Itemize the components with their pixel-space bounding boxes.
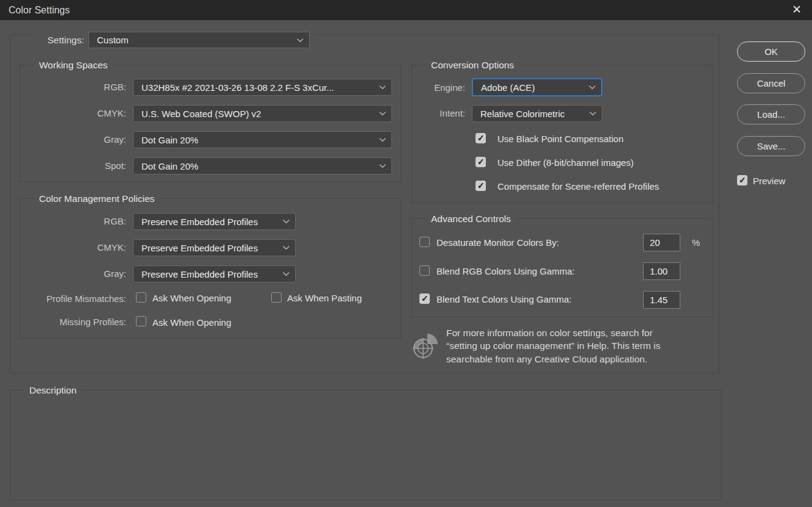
intent-select[interactable]: Relative Colorimetric <box>472 105 602 122</box>
missing-profiles-label: Missing Profiles: <box>24 317 126 328</box>
ws-spot-select[interactable]: Dot Gain 20% <box>133 157 392 174</box>
description-groupbox: Description <box>10 390 721 500</box>
ws-rgb-label: RGB: <box>37 82 126 93</box>
black-point-compensation-label: Use Black Point Compensation <box>497 134 624 145</box>
desaturate-percent-suffix: % <box>692 237 700 248</box>
advanced-title: Advanced Controls <box>426 213 516 225</box>
settings-label: Settings: <box>34 35 84 46</box>
ws-rgb-select[interactable]: U32H85x #2 2021-03-26 13-08 2.2 F-S 3xCu… <box>133 79 392 96</box>
conversion-title: Conversion Options <box>426 59 519 71</box>
policy-cmyk-label: CMYK: <box>37 242 126 253</box>
blend-text-gamma-input[interactable] <box>643 291 680 309</box>
preview-label: Preview <box>753 176 785 187</box>
mismatch-ask-pasting-checkbox[interactable] <box>271 292 282 303</box>
blend-text-gamma-label: Blend Text Colors Using Gamma: <box>436 294 571 305</box>
ws-cmyk-value: U.S. Web Coated (SWOP) v2 <box>141 106 376 121</box>
ok-button[interactable]: OK <box>737 41 805 62</box>
policy-rgb-value: Preserve Embedded Profiles <box>141 214 279 229</box>
load-button[interactable]: Load... <box>737 104 805 124</box>
engine-select[interactable]: Adobe (ACE) <box>472 78 602 96</box>
missing-ask-opening-label: Ask When Opening <box>152 317 231 328</box>
ws-gray-label: Gray: <box>37 134 126 145</box>
mismatch-ask-opening-checkbox[interactable] <box>136 292 146 303</box>
chevron-down-icon <box>283 246 290 250</box>
preview-checkbox[interactable] <box>737 175 747 185</box>
policy-gray-value: Preserve Embedded Profiles <box>141 266 279 282</box>
description-content <box>19 399 712 495</box>
policy-gray-label: Gray: <box>37 268 126 279</box>
titlebar: Color Settings ✕ <box>0 0 812 20</box>
mismatch-ask-opening-label: Ask When Opening <box>152 293 231 304</box>
policy-gray-select[interactable]: Preserve Embedded Profiles <box>133 265 296 282</box>
chevron-down-icon <box>379 85 386 90</box>
desaturate-monitor-checkbox[interactable] <box>419 237 430 247</box>
dialog-title: Color Settings <box>9 0 70 20</box>
save-button[interactable]: Save... <box>737 136 805 156</box>
desaturate-percent-input[interactable] <box>643 234 680 251</box>
use-dither-checkbox[interactable] <box>475 157 486 167</box>
chevron-down-icon <box>379 164 386 168</box>
settings-row: Settings: Custom <box>34 27 316 51</box>
policies-title: Color Management Policies <box>34 193 160 205</box>
help-note-line-3: searchable from any Creative Cloud appli… <box>446 354 647 365</box>
settings-value: Custom <box>97 32 293 48</box>
chevron-down-icon <box>283 272 290 276</box>
close-icon[interactable]: ✕ <box>785 0 808 20</box>
use-dither-label: Use Dither (8-bit/channel images) <box>497 157 633 168</box>
policy-cmyk-select[interactable]: Preserve Embedded Profiles <box>133 239 296 256</box>
chevron-down-icon <box>589 85 596 90</box>
ws-gray-value: Dot Gain 20% <box>141 132 376 148</box>
policy-rgb-select[interactable]: Preserve Embedded Profiles <box>133 213 296 230</box>
chevron-down-icon <box>379 138 386 142</box>
blend-text-gamma-checkbox[interactable] <box>419 293 430 304</box>
help-note-line-2: “setting up color management” in Help. T… <box>446 340 660 351</box>
blend-rgb-gamma-checkbox[interactable] <box>419 265 430 276</box>
intent-value: Relative Colorimetric <box>480 106 586 121</box>
ws-cmyk-select[interactable]: U.S. Web Coated (SWOP) v2 <box>133 105 392 122</box>
profile-mismatches-label: Profile Mismatches: <box>24 293 126 304</box>
description-title: Description <box>24 384 82 397</box>
help-note-line-1: For more information on color settings, … <box>446 328 653 339</box>
settings-select[interactable]: Custom <box>88 32 310 48</box>
ws-spot-label: Spot: <box>37 160 126 171</box>
color-management-icon <box>411 332 439 360</box>
intent-label: Intent: <box>421 108 465 119</box>
missing-ask-opening-checkbox[interactable] <box>136 316 146 326</box>
chevron-down-icon <box>297 38 304 43</box>
working-spaces-title: Working Spaces <box>34 59 113 71</box>
color-settings-dialog: Color Settings ✕ Settings: Custom Workin… <box>0 0 812 507</box>
cancel-button[interactable]: Cancel <box>737 73 805 93</box>
blend-rgb-gamma-input[interactable] <box>643 262 680 280</box>
ws-gray-select[interactable]: Dot Gain 20% <box>133 131 392 148</box>
ws-spot-value: Dot Gain 20% <box>141 158 376 174</box>
black-point-compensation-checkbox[interactable] <box>475 133 486 143</box>
engine-label: Engine: <box>421 82 465 93</box>
ws-cmyk-label: CMYK: <box>37 108 126 119</box>
policy-cmyk-value: Preserve Embedded Profiles <box>141 240 279 256</box>
scene-referred-label: Compensate for Scene-referred Profiles <box>497 181 659 192</box>
engine-value: Adobe (ACE) <box>481 79 585 95</box>
blend-rgb-gamma-label: Blend RGB Colors Using Gamma: <box>436 266 575 277</box>
ws-rgb-value: U32H85x #2 2021-03-26 13-08 2.2 F-S 3xCu… <box>141 79 376 95</box>
desaturate-monitor-label: Desaturate Monitor Colors By: <box>436 237 559 248</box>
scene-referred-checkbox[interactable] <box>475 181 486 191</box>
policy-rgb-label: RGB: <box>37 216 126 227</box>
chevron-down-icon <box>589 112 596 116</box>
chevron-down-icon <box>379 112 386 116</box>
mismatch-ask-pasting-label: Ask When Pasting <box>287 293 362 304</box>
chevron-down-icon <box>283 220 290 224</box>
